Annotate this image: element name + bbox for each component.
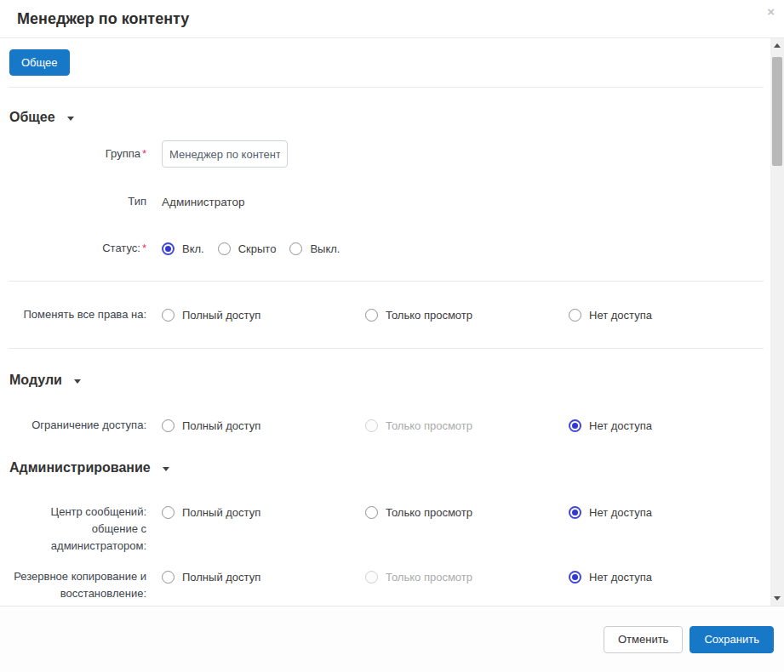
radio-icon — [365, 571, 378, 584]
radio-icon[interactable] — [569, 419, 581, 432]
cancel-button[interactable]: Отменить — [604, 626, 683, 653]
radio-icon[interactable] — [162, 571, 175, 584]
radio-option-msg-full[interactable]: Полный доступ — [162, 504, 365, 521]
radio-option-status-hidden[interactable]: Скрыто — [218, 240, 277, 257]
change-all-rights-row: Поменять все права на: Полный доступ Тол… — [9, 282, 764, 348]
scroll-down-button[interactable] — [770, 591, 784, 606]
radio-option-msg-none[interactable]: Нет доступа — [569, 504, 764, 521]
tab-general-button[interactable]: Общее — [9, 49, 70, 76]
save-button[interactable]: Сохранить — [690, 626, 774, 653]
section-modules-title: Модули — [9, 372, 62, 389]
radio-label: Нет доступа — [589, 571, 652, 584]
change-all-label: Поменять все права на: — [9, 306, 162, 323]
modal-header: Менеджер по контенту × — [0, 0, 784, 38]
status-field-label: Статус:* — [9, 240, 162, 257]
radio-option-change-all-full[interactable]: Полный доступ — [162, 306, 365, 323]
radio-option-change-all-view[interactable]: Только просмотр — [365, 306, 569, 323]
radio-icon[interactable] — [569, 309, 581, 322]
backup-restore-row: Резервное копирование и восстановление: … — [9, 568, 764, 602]
radio-option-restriction-full[interactable]: Полный доступ — [162, 417, 365, 434]
type-field-value: Администратор — [162, 196, 764, 208]
radio-option-backup-full[interactable]: Полный доступ — [162, 568, 365, 585]
scroll-up-button[interactable] — [770, 38, 784, 53]
radio-icon[interactable] — [365, 506, 378, 519]
required-asterisk: * — [142, 147, 146, 160]
radio-label: Скрыто — [238, 242, 277, 255]
status-label-text: Статус: — [102, 242, 140, 254]
message-center-row: Центр сообщений: общение с администратор… — [9, 504, 764, 555]
section-general-toggle[interactable]: Общее — [9, 109, 764, 126]
scrollbar-thumb[interactable] — [772, 57, 782, 166]
chevron-down-icon — [74, 379, 81, 384]
radio-label: Вкл. — [182, 242, 204, 255]
type-field-row: Тип Администратор — [9, 193, 764, 210]
radio-icon[interactable] — [162, 309, 175, 322]
scroll-up-icon — [774, 43, 781, 48]
radio-option-restriction-view: Только просмотр — [365, 417, 569, 434]
radio-label: Нет доступа — [589, 506, 652, 519]
section-administration-toggle[interactable]: Администрирование — [9, 459, 764, 476]
group-field-label: Группа* — [9, 145, 162, 162]
modal-body-content: Общее Общее Группа* Тип Администратор Ст… — [0, 38, 770, 606]
radio-option-restriction-none[interactable]: Нет доступа — [569, 417, 764, 434]
radio-icon[interactable] — [365, 309, 378, 322]
group-field-row: Группа* — [9, 140, 764, 168]
radio-option-msg-view[interactable]: Только просмотр — [365, 504, 569, 521]
radio-icon[interactable] — [569, 506, 581, 519]
status-field-row: Статус:* Вкл. Скрыто Выкл. — [9, 240, 764, 257]
radio-icon[interactable] — [162, 419, 175, 432]
radio-icon[interactable] — [289, 242, 302, 255]
radio-label: Полный доступ — [182, 309, 260, 322]
radio-option-backup-view: Только просмотр — [365, 568, 569, 585]
backup-restore-label: Резервное копирование и восстановление: — [9, 568, 162, 602]
radio-label: Только просмотр — [386, 506, 472, 519]
close-icon[interactable]: × — [764, 3, 778, 20]
content-manager-modal: Менеджер по контенту × Общее Общее Групп… — [0, 0, 784, 672]
radio-label: Выкл. — [310, 242, 340, 255]
radio-label: Только просмотр — [386, 419, 472, 432]
access-restriction-row: Ограничение доступа: Полный доступ Тольк… — [9, 417, 764, 434]
radio-label: Только просмотр — [386, 309, 472, 322]
radio-icon[interactable] — [569, 571, 581, 584]
vertical-scrollbar[interactable] — [770, 38, 784, 606]
radio-label: Полный доступ — [182, 571, 260, 584]
required-asterisk: * — [142, 242, 146, 254]
modal-title: Менеджер по контенту — [17, 10, 189, 28]
radio-icon[interactable] — [218, 242, 231, 255]
modal-body: Общее Общее Группа* Тип Администратор Ст… — [0, 38, 784, 606]
radio-label: Полный доступ — [182, 506, 260, 519]
radio-label: Нет доступа — [589, 309, 652, 322]
radio-icon[interactable] — [162, 506, 175, 519]
section-administration-title: Администрирование — [9, 459, 151, 476]
divider — [9, 348, 764, 349]
radio-option-status-off[interactable]: Выкл. — [289, 240, 340, 257]
radio-option-status-on[interactable]: Вкл. — [162, 240, 204, 257]
chevron-down-icon — [67, 117, 74, 121]
group-input[interactable] — [162, 140, 288, 168]
radio-icon[interactable] — [162, 242, 175, 255]
section-modules-toggle[interactable]: Модули — [9, 372, 764, 389]
message-center-label: Центр сообщений: общение с администратор… — [9, 504, 162, 555]
radio-icon — [365, 419, 378, 432]
radio-option-backup-none[interactable]: Нет доступа — [569, 568, 764, 585]
radio-option-change-all-none[interactable]: Нет доступа — [569, 306, 764, 323]
radio-label: Нет доступа — [589, 419, 652, 432]
section-general-title: Общее — [9, 109, 55, 126]
modal-footer: Отменить Сохранить — [0, 606, 784, 672]
access-restriction-label: Ограничение доступа: — [9, 417, 162, 434]
divider — [9, 87, 764, 88]
scroll-down-icon — [774, 596, 781, 601]
radio-label: Только просмотр — [386, 571, 472, 584]
group-label-text: Группа — [106, 147, 140, 160]
type-field-label: Тип — [9, 193, 162, 210]
radio-label: Полный доступ — [182, 419, 260, 432]
chevron-down-icon — [163, 467, 169, 471]
